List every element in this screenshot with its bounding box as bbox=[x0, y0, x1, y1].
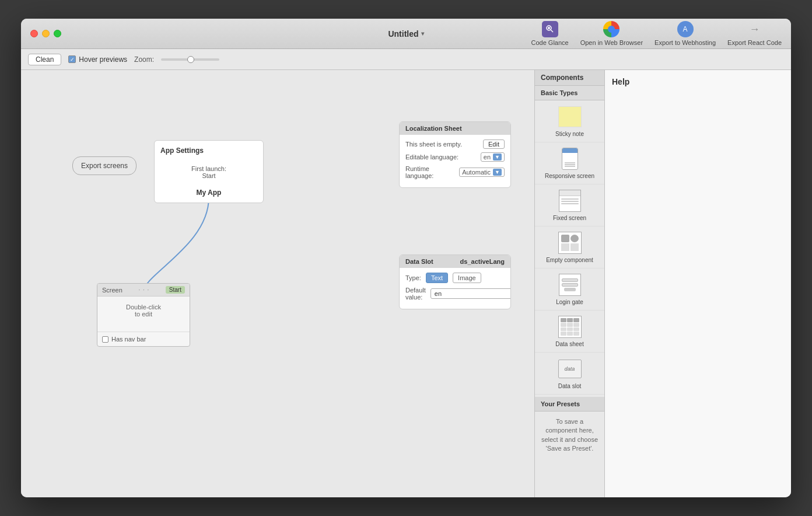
sticky-note-thumb-wrapper bbox=[555, 105, 584, 128]
data-sheet-label: Data sheet bbox=[555, 341, 583, 347]
code-glance-label: Code Glance bbox=[531, 39, 568, 46]
login-field-2 bbox=[562, 283, 578, 287]
login-submit-btn bbox=[564, 288, 576, 291]
hover-preview-checkbox[interactable] bbox=[68, 55, 76, 63]
app-name: My App bbox=[160, 189, 257, 197]
app-settings-box[interactable]: App Settings First launch: Start My App bbox=[154, 140, 264, 203]
export-webhosting-button[interactable]: A Export to Webhosting bbox=[654, 21, 716, 46]
component-login-gate[interactable]: Login gate bbox=[535, 269, 604, 311]
component-sticky-note[interactable]: Sticky note bbox=[535, 100, 604, 142]
screen-footer: Has nav bar bbox=[97, 332, 190, 346]
chrome-icon bbox=[603, 21, 620, 37]
export-webhosting-label: Export to Webhosting bbox=[654, 39, 716, 46]
titlebar-toolbar: Code Glance Open in Web Browser A Export… bbox=[531, 21, 782, 46]
data-sheet-thumb bbox=[558, 316, 582, 338]
hover-preview-control[interactable]: Hover previews bbox=[68, 55, 127, 64]
maximize-button[interactable] bbox=[54, 30, 61, 37]
canvas[interactable]: Export screens App Settings First launch… bbox=[21, 70, 534, 497]
export-react-icon: → bbox=[747, 21, 763, 37]
login-field-1 bbox=[562, 278, 578, 282]
main-area: Export screens App Settings First launch… bbox=[21, 70, 791, 497]
export-screens-label: Export screens bbox=[81, 162, 128, 170]
fixed-line-1 bbox=[561, 198, 579, 200]
svg-point-1 bbox=[548, 27, 550, 29]
shape-rect2 bbox=[561, 243, 569, 251]
chrome-icon-wrapper bbox=[603, 21, 620, 37]
close-button[interactable] bbox=[30, 30, 38, 37]
data-slot-panel[interactable]: Data Slot ds_activeLang Type: Text Image… bbox=[399, 254, 511, 309]
cell-r1c3 bbox=[573, 323, 579, 327]
component-data-sheet[interactable]: Data sheet bbox=[535, 311, 604, 353]
zoom-slider[interactable] bbox=[161, 58, 219, 61]
cell-h2 bbox=[567, 318, 573, 322]
to-edit-text: to edit bbox=[135, 311, 152, 318]
component-empty[interactable]: Empty component bbox=[535, 226, 604, 269]
screen-body: Double-click to edit bbox=[97, 297, 190, 332]
responsive-screen-thumb-wrapper bbox=[555, 147, 584, 170]
app-window: Untitled ▾ Code Glance bbox=[21, 19, 791, 497]
chrome-center bbox=[608, 26, 615, 33]
data-slot-thumb: data bbox=[558, 360, 582, 378]
screen-box[interactable]: Screen · · · Start Double-click to edit … bbox=[97, 283, 190, 347]
hover-preview-label: Hover previews bbox=[79, 55, 127, 64]
localization-sheet-panel[interactable]: Localization Sheet This sheet is empty. … bbox=[399, 121, 511, 188]
fixed-screen-thumb bbox=[559, 190, 581, 212]
component-fixed-screen[interactable]: Fixed screen bbox=[535, 184, 604, 226]
ds-type-text-button[interactable]: Text bbox=[426, 273, 448, 283]
fixed-screen-lines bbox=[559, 196, 580, 211]
zoom-label: Zoom: bbox=[134, 55, 154, 64]
loc-editable-lang-row: Editable language: en ▼ bbox=[405, 152, 505, 162]
clean-button[interactable]: Clean bbox=[28, 54, 61, 65]
app-settings-content: First launch: Start bbox=[160, 159, 257, 185]
ds-default-label: Default value: bbox=[405, 287, 426, 301]
login-gate-thumb-wrapper bbox=[555, 273, 584, 297]
runtime-language-arrow: ▼ bbox=[493, 169, 502, 176]
loc-runtime-lang-row: Runtime language: Automatic ▼ bbox=[405, 165, 505, 179]
ds-default-row: Default value: bbox=[405, 287, 505, 301]
loc-edit-button[interactable]: Edit bbox=[483, 140, 505, 149]
responsive-screen-label: Responsive screen bbox=[545, 173, 594, 179]
help-panel: Help bbox=[604, 70, 791, 497]
open-web-browser-button[interactable]: Open in Web Browser bbox=[580, 21, 643, 46]
export-react-button[interactable]: → Export React Code bbox=[727, 21, 782, 46]
component-data-slot[interactable]: data Data slot bbox=[535, 353, 604, 395]
double-click-hint: Double-click bbox=[126, 304, 161, 311]
ds-default-input[interactable] bbox=[430, 288, 511, 299]
empty-component-label: Empty component bbox=[546, 257, 593, 263]
cell-r2c1 bbox=[561, 327, 566, 332]
runtime-language-label: Runtime language: bbox=[405, 165, 459, 179]
responsive-screen-thumb bbox=[562, 148, 578, 170]
traffic-lights bbox=[30, 30, 61, 37]
data-slot-header: Data Slot ds_activeLang bbox=[400, 255, 510, 268]
cell-r1c2 bbox=[567, 323, 573, 327]
nav-bar-checkbox[interactable] bbox=[102, 336, 108, 343]
data-sheet-thumb-wrapper bbox=[555, 315, 584, 339]
ds-type-row: Type: Text Image bbox=[405, 273, 505, 283]
cell-h3 bbox=[573, 318, 579, 322]
code-glance-button[interactable]: Code Glance bbox=[531, 21, 568, 46]
runtime-language-value: Automatic bbox=[462, 169, 491, 176]
components-panel: Components Basic Types Sticky note Respo… bbox=[534, 70, 604, 497]
ds-type-label: Type: bbox=[405, 274, 421, 281]
help-title: Help bbox=[612, 77, 784, 86]
data-slot-label: Data slot bbox=[558, 383, 581, 389]
window-title-area[interactable]: Untitled ▾ bbox=[388, 29, 424, 39]
ds-type-image-button[interactable]: Image bbox=[453, 273, 481, 283]
cell-r3c1 bbox=[561, 332, 566, 336]
cell-r2c2 bbox=[567, 327, 573, 332]
window-title: Untitled bbox=[388, 29, 418, 39]
data-slot-name: ds_activeLang bbox=[460, 258, 505, 265]
title-dropdown-arrow: ▾ bbox=[421, 30, 424, 37]
editable-language-label: Editable language: bbox=[405, 154, 459, 161]
runtime-language-select[interactable]: Automatic ▼ bbox=[459, 168, 505, 177]
zoom-slider-thumb bbox=[187, 56, 194, 63]
editable-language-value: en bbox=[484, 154, 491, 161]
loc-empty-hint: This sheet is empty. bbox=[405, 141, 462, 148]
minimize-button[interactable] bbox=[42, 30, 50, 37]
empty-comp-thumb bbox=[558, 232, 582, 254]
component-responsive-screen[interactable]: Responsive screen bbox=[535, 142, 604, 184]
fixed-screen-thumb-wrapper bbox=[555, 189, 584, 212]
export-screens-button[interactable]: Export screens bbox=[72, 156, 136, 175]
data-slot-body: Type: Text Image Default value: bbox=[400, 268, 510, 309]
editable-language-select[interactable]: en ▼ bbox=[481, 152, 505, 162]
